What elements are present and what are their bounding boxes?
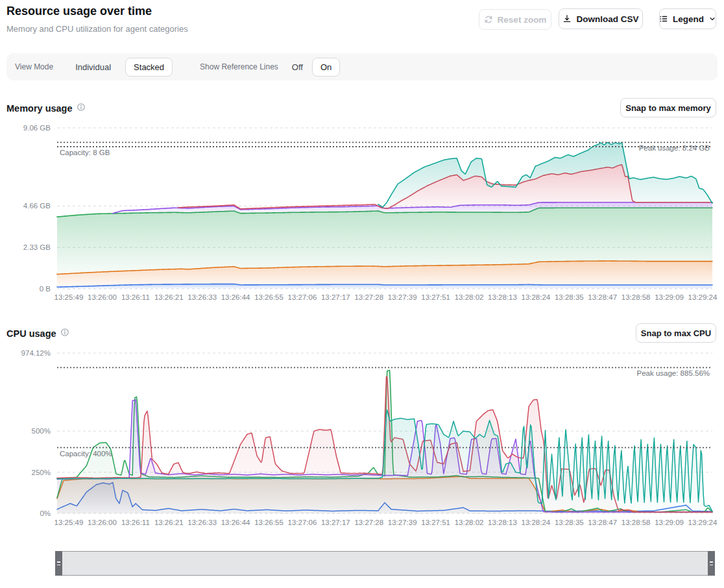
x-axis-tick-label: 13:28:58 [621,293,651,301]
x-axis-tick-label: 13:26:44 [221,519,250,526]
reference-line-label: Capacity: 400% [60,450,112,458]
reset-zoom-label: Reset zoom [498,15,547,25]
x-axis-tick-label: 13:26:55 [254,519,284,526]
x-axis-tick-label: 13:27:06 [288,293,317,301]
view-mode-individual-option[interactable]: Individual [75,62,111,72]
x-axis-tick-label: 13:28:47 [588,519,617,526]
x-axis-tick-label: 13:27:17 [321,519,350,526]
memory-section-title: Memory usage [6,103,86,114]
x-axis-tick-label: 13:26:21 [154,293,184,301]
y-axis-tick-label: 4.66 GB [23,202,51,210]
refresh-icon [484,15,493,24]
x-axis-tick-label: 13:26:33 [187,519,217,526]
x-axis-tick-label: 13:29:24 [688,293,718,301]
x-axis-tick-label: 13:27:28 [354,519,383,526]
x-axis-tick-label: 13:26:11 [121,293,150,301]
brush-handle-right[interactable] [708,551,715,576]
x-axis-tick-label: 13:28:24 [521,519,550,526]
snap-to-max-cpu-button[interactable]: Snap to max CPU [636,323,716,343]
x-axis-tick-label: 13:27:51 [421,519,450,526]
reset-zoom-button[interactable]: Reset zoom [479,9,551,30]
y-axis-tick-label: 974.12% [21,349,51,357]
y-axis-tick-label: 0% [40,509,51,517]
reference-lines-on-option-selected[interactable]: On [312,58,340,77]
legend-button[interactable]: Legend [659,8,716,29]
page-title: Resource usage over time [6,5,152,18]
legend-label: Legend [673,14,704,24]
resource-usage-page: Resource usage over time Memory and CPU … [0,0,724,588]
show-reference-lines-label: Show Reference Lines [200,62,278,71]
download-icon [562,14,572,23]
x-axis-tick-label: 13:27:51 [421,293,450,301]
x-axis-tick-label: 13:25:49 [54,293,84,301]
x-axis-tick-label: 13:28:02 [455,293,484,301]
x-axis-tick-label: 13:29:09 [655,519,684,526]
x-axis-tick-label: 13:28:58 [621,519,651,526]
reference-line-label: Peak usage: 885.56% [636,369,710,377]
info-icon[interactable] [60,328,69,339]
y-axis-tick-label: 250% [32,469,51,476]
x-axis-tick-label: 13:26:44 [221,293,250,301]
reference-line-label: Capacity: 8 GB [60,149,110,156]
cpu-chart[interactable]: 0%250%500%974.12%13:25:4913:26:0013:26:1… [0,344,724,535]
cpu-title-text: CPU usage [6,328,56,339]
x-axis-tick-label: 13:27:06 [288,519,317,526]
view-mode-label: View Mode [15,62,53,71]
memory-title-text: Memory usage [6,103,73,114]
info-icon[interactable] [77,103,86,114]
page-subtitle: Memory and CPU utilization for agent cat… [6,24,188,34]
download-csv-label: Download CSV [576,14,638,24]
y-axis-tick-label: 2.33 GB [23,243,51,251]
legend-list-icon [659,14,668,23]
x-axis-tick-label: 13:25:49 [54,519,84,526]
x-axis-tick-label: 13:27:39 [388,519,417,526]
reference-line-label: Peak usage: 8.24 GB [639,144,710,152]
x-axis-tick-label: 13:26:00 [88,519,117,526]
cpu-section-title: CPU usage [6,328,69,339]
x-axis-tick-label: 13:26:00 [88,293,117,301]
x-axis-tick-label: 13:28:24 [521,293,550,301]
x-axis-tick-label: 13:26:21 [154,519,184,526]
reference-lines-off-option[interactable]: Off [292,62,303,72]
x-axis-tick-label: 13:29:09 [655,293,684,301]
x-axis-tick-label: 13:26:11 [121,519,150,526]
x-axis-tick-label: 13:28:13 [488,519,517,526]
time-range-brush[interactable] [55,551,715,576]
x-axis-tick-label: 13:27:17 [321,293,350,301]
view-mode-stacked-option-selected[interactable]: Stacked [125,58,173,77]
x-axis-tick-label: 13:28:47 [588,293,617,301]
x-axis-tick-label: 13:26:55 [254,293,284,301]
snap-to-max-memory-button[interactable]: Snap to max memory [620,98,716,117]
chevron-down-icon [708,15,716,23]
y-axis-tick-label: 9.06 GB [23,124,51,132]
x-axis-tick-label: 13:27:28 [354,293,383,301]
x-axis-tick-label: 13:28:13 [488,293,517,301]
download-csv-button[interactable]: Download CSV [559,8,643,29]
x-axis-tick-label: 13:28:35 [555,293,584,301]
chart-options-toolbar: View Mode Individual Stacked Show Refere… [6,53,718,80]
x-axis-tick-label: 13:28:02 [455,519,484,526]
y-axis-tick-label: 0 B [40,285,51,293]
brush-handle-left[interactable] [55,551,62,576]
x-axis-tick-label: 13:27:39 [388,293,417,301]
x-axis-tick-label: 13:26:33 [187,293,217,301]
y-axis-tick-label: 500% [32,427,51,435]
x-axis-tick-label: 13:29:24 [688,519,718,526]
memory-chart[interactable]: 0 B2.33 GB4.66 GB9.06 GB13:25:4913:26:00… [0,120,724,312]
x-axis-tick-label: 13:28:35 [555,519,584,526]
